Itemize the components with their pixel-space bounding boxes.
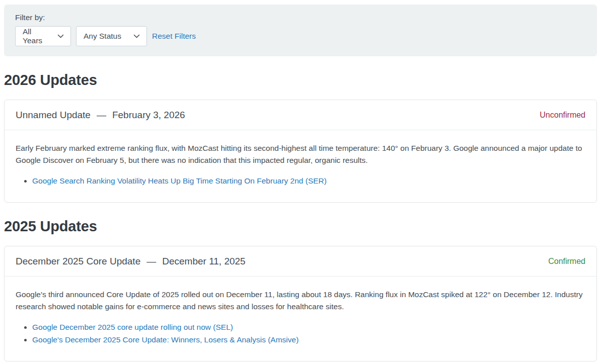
filter-by-label: Filter by: (15, 14, 586, 22)
update-name: December 2025 Core Update (16, 256, 140, 266)
update-date: February 3, 2026 (112, 110, 185, 120)
reference-link[interactable]: Google Search Ranking Volatility Heats U… (32, 176, 327, 185)
status-filter-select[interactable]: Any Status (76, 26, 147, 46)
title-separator: — (97, 110, 106, 120)
title-separator: — (146, 256, 156, 266)
reset-filters-link[interactable]: Reset Filters (152, 32, 196, 41)
chevron-down-icon (133, 32, 140, 41)
card-header: Unnamed Update—February 3, 2026 Unconfir… (5, 100, 596, 130)
update-name: Unnamed Update (16, 110, 91, 120)
card-title: December 2025 Core Update—December 11, 2… (16, 254, 246, 268)
section-heading-2025: 2025 Updates (4, 218, 597, 235)
reference-link[interactable]: Google December 2025 core update rolling… (32, 323, 233, 331)
filter-controls: All Years Any Status Reset Filters (15, 26, 586, 46)
filter-bar: Filter by: All Years Any Status Reset Fi… (4, 5, 597, 56)
status-filter-value: Any Status (84, 32, 121, 41)
update-card-unnamed-2026: Unnamed Update—February 3, 2026 Unconfir… (4, 100, 597, 203)
reference-link-item: Google's December 2025 Core Update: Winn… (32, 333, 585, 346)
update-description: Google's third announced Core Update of … (16, 289, 585, 313)
update-date: December 11, 2025 (162, 256, 245, 266)
reference-link-item: Google December 2025 core update rolling… (32, 321, 585, 333)
reference-links: Google December 2025 core update rolling… (16, 321, 585, 346)
reference-links: Google Search Ranking Volatility Heats U… (16, 174, 585, 187)
page: Filter by: All Years Any Status Reset Fi… (0, 0, 601, 361)
chevron-down-icon (57, 32, 64, 41)
year-filter-value: All Years (23, 27, 52, 45)
card-header: December 2025 Core Update—December 11, 2… (5, 246, 596, 277)
year-filter-select[interactable]: All Years (15, 26, 71, 46)
card-title: Unnamed Update—February 3, 2026 (16, 108, 185, 122)
status-badge: Unconfirmed (540, 108, 585, 122)
reference-link-item: Google Search Ranking Volatility Heats U… (32, 174, 585, 187)
update-description: Early February marked extreme ranking fl… (16, 142, 585, 166)
card-body: Google's third announced Core Update of … (5, 277, 596, 361)
status-badge: Confirmed (548, 254, 585, 268)
card-body: Early February marked extreme ranking fl… (5, 130, 596, 202)
update-card-december-2025-core: December 2025 Core Update—December 11, 2… (4, 246, 597, 361)
section-heading-2026: 2026 Updates (4, 71, 597, 88)
reference-link[interactable]: Google's December 2025 Core Update: Winn… (32, 335, 298, 344)
